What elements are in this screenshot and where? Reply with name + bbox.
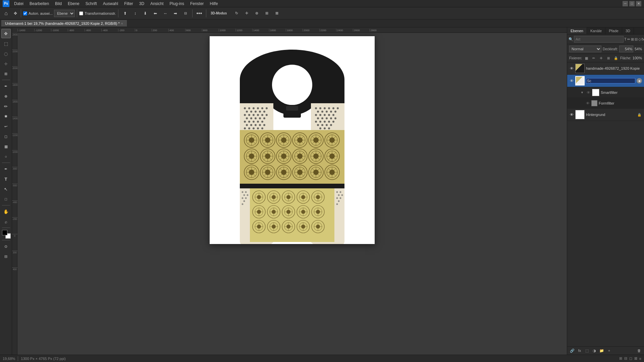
menu-plugins[interactable]: Plug-ins [167,1,187,7]
layer-item-kopie[interactable]: 👁 handmade-4926872_1920 Kopie [567,62,644,75]
tab-ebenen[interactable]: Ebenen [567,27,587,34]
layer-name-editing[interactable]: Sc [586,78,635,83]
screen-mode-button[interactable]: ⊟ [1,252,11,261]
app-icon[interactable]: Ps [3,0,9,7]
move-tool[interactable]: ✥ [1,29,11,38]
path-select-tool[interactable]: ↖ [1,184,11,194]
layer-item-sc[interactable]: 👁 Sc ◉ [567,75,644,87]
menu-fenster[interactable]: Fenster [187,1,207,7]
layer-visibility-eye[interactable]: 👁 [569,78,574,83]
align-bottom-button[interactable]: ⬇ [141,9,150,18]
lock-transparent-btn[interactable]: ▦ [583,55,589,61]
maximize-button[interactable]: □ [629,1,635,6]
hand-tool[interactable]: ✋ [1,207,11,216]
status-btn-3[interactable]: ◻ [629,356,632,361]
home-button[interactable]: ⌂ [1,9,11,18]
delete-layer-btn[interactable]: 🗑 [636,348,642,354]
rectangular-select-tool[interactable]: ⬚ [1,39,11,48]
layer-filter-btn[interactable]: T [624,36,627,43]
layer-smart-btn[interactable]: ◇ [638,36,641,43]
dodge-tool[interactable]: ○ [1,152,11,161]
layer-effects-btn[interactable]: fx [642,36,644,43]
lock-pixels-btn[interactable]: ✏ [591,55,597,61]
layer-type-btn[interactable]: ✏ [627,36,630,43]
align-vcenter-button[interactable]: ↕ [130,9,140,18]
gradient-tool[interactable]: ▦ [1,142,11,151]
3d-pan-button[interactable]: ✛ [242,9,251,18]
color-swatches[interactable] [1,229,11,239]
foreground-color[interactable] [2,230,7,235]
lock-position-btn[interactable]: ✛ [598,55,604,61]
3d-roll-button[interactable]: ⊛ [252,9,261,18]
align-left-button[interactable]: ⬅ [151,9,160,18]
pen-tool[interactable]: ✒ [1,164,11,174]
quick-mask-button[interactable]: ⊙ [1,242,11,251]
more-options-button[interactable]: ••• [195,9,204,18]
canvas-document[interactable] [210,36,375,244]
menu-bild[interactable]: Bild [52,1,64,7]
3d-rotate-button[interactable]: ↻ [232,9,241,18]
opacity-input[interactable] [619,46,633,52]
layer-item-hintergrund[interactable]: 👁 Hintergrund 🔒 [567,109,644,121]
menu-3d[interactable]: 3D [137,1,147,7]
text-tool[interactable]: T [1,174,11,184]
history-brush-tool[interactable]: ↩ [1,122,11,131]
tab-3d[interactable]: 3D [622,27,634,34]
menu-ebene[interactable]: Ebene [65,1,82,7]
layer-visibility-eye[interactable]: 👁 [569,112,574,117]
status-btn-5[interactable]: ≡ [639,357,641,361]
layer-select[interactable]: Ebene [54,10,75,17]
layer-item-smartfilter[interactable]: ▼ 👁 Smartfilter [567,87,644,98]
tool-options-button[interactable]: ✥ [12,9,19,18]
menu-datei[interactable]: Datei [11,1,26,7]
clone-stamp-tool[interactable]: ✱ [1,112,11,121]
new-fill-btn[interactable]: ◑ [591,348,597,354]
zoom-tool[interactable]: ⌕ [1,217,11,226]
tab-close-button[interactable]: × [121,22,123,25]
close-button[interactable]: ✕ [636,1,641,6]
tab-kanaele[interactable]: Kanäle [587,27,605,34]
blend-mode-select[interactable]: Normal Multiplizieren Abblenden [569,46,601,52]
shape-tool[interactable]: □ [1,194,11,204]
align-right-button[interactable]: ➡ [171,9,180,18]
tab-pfade[interactable]: Pfade [605,27,622,34]
menu-auswahl[interactable]: Auswahl [100,1,121,7]
status-btn-4[interactable]: ⊠ [634,356,637,361]
layer-search-input[interactable] [574,36,624,43]
auto-select-checkbox[interactable] [23,11,27,15]
menu-schrift[interactable]: Schrift [83,1,100,7]
add-style-btn[interactable]: fx [577,348,583,354]
3d-slide-button[interactable]: ⊞ [262,9,271,18]
layer-visibility-eye[interactable]: 👁 [569,66,574,71]
brush-tool[interactable]: ✏ [1,102,11,111]
lasso-tool[interactable]: ◌ [1,49,11,58]
status-btn-2[interactable]: ⊟ [624,356,627,361]
document-tab[interactable]: Unbenannt-1 bei 19,7% (handmade-4926872_… [1,20,127,26]
new-layer-btn[interactable]: + [606,348,612,354]
quick-select-tool[interactable]: ⊹ [1,59,11,68]
layer-visibility-eye[interactable]: 👁 [586,90,591,95]
layer-visibility-eye[interactable]: 👁 [585,101,590,106]
distribute-button[interactable]: ⊟ [181,9,190,18]
menu-hilfe[interactable]: Hilfe [207,1,221,7]
lock-artboard-btn[interactable]: ⊞ [605,55,611,61]
menu-filter[interactable]: Filter [121,1,136,7]
minimize-button[interactable]: ─ [623,1,628,6]
menu-bearbeiten[interactable]: Bearbeiten [27,1,52,7]
menu-ansicht[interactable]: Ansicht [148,1,166,7]
crop-tool[interactable]: ⊞ [1,69,11,78]
3d-scale-button[interactable]: ⊠ [272,9,281,18]
transform-checkbox[interactable] [79,11,83,15]
lock-all-btn[interactable]: 🔒 [613,55,619,61]
status-btn-1[interactable]: ⊞ [619,356,622,361]
align-hcenter-button[interactable]: ↔ [161,9,170,18]
eyedropper-tool[interactable]: ✒ [1,81,11,91]
new-group-btn[interactable]: 📁 [599,348,605,354]
link-layers-btn[interactable]: 🔗 [569,348,575,354]
add-mask-btn[interactable]: ⬚ [584,348,590,354]
spot-heal-tool[interactable]: ⊕ [1,92,11,101]
layer-item-formfilter[interactable]: 👁 Formfilter [567,98,644,109]
layer-attr-btn[interactable]: ⊟ [635,36,638,43]
align-top-button[interactable]: ⬆ [120,9,130,18]
eraser-tool[interactable]: ◻ [1,132,11,141]
